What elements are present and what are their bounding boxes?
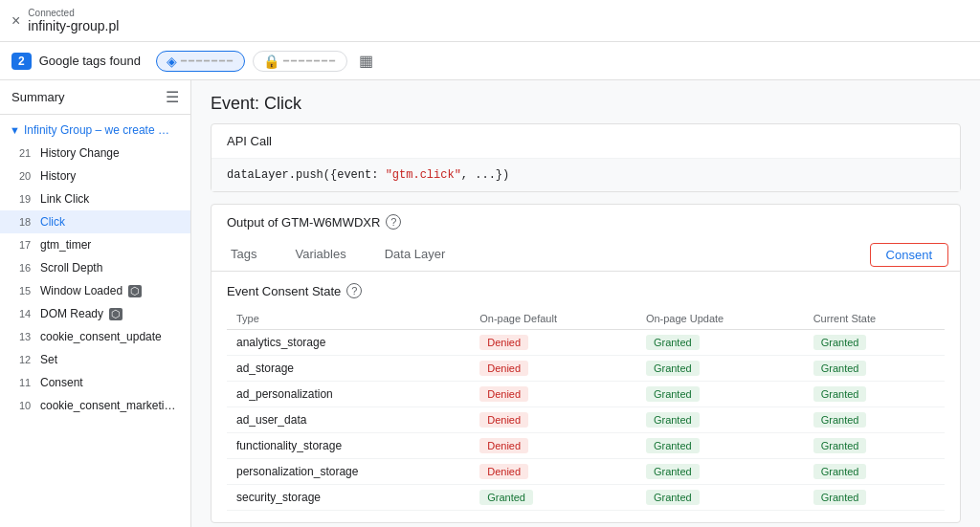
consent-table: Type On-page Default On-page Update Curr…: [227, 308, 945, 511]
lock-icon: 🔒: [263, 54, 279, 69]
col-on-page-default: On-page Default: [470, 308, 636, 330]
sidebar-item-history-change[interactable]: 21 History Change: [0, 142, 190, 165]
cell-type: security_storage: [227, 485, 470, 511]
cell-update: Granted: [636, 356, 804, 382]
sidebar-item-history[interactable]: 20 History: [0, 165, 190, 187]
badge-current: Granted: [813, 490, 867, 505]
tag-pill-1[interactable]: ◈ ━━━━━━━: [156, 51, 245, 72]
sidebar-item-window-loaded[interactable]: 15 Window Loaded ⬡: [0, 279, 190, 302]
sidebar-item-set[interactable]: 12 Set: [0, 348, 190, 371]
close-icon[interactable]: ×: [11, 12, 20, 30]
badge-update: Granted: [646, 438, 700, 453]
col-current-state: Current State: [804, 308, 945, 330]
code-prefix: dataLayer.push({event:: [227, 168, 386, 182]
content-area: Event: Click API Call dataLayer.push({ev…: [191, 80, 980, 527]
badge-update: Granted: [646, 361, 700, 376]
cell-type: personalization_storage: [227, 459, 470, 485]
cell-default: Denied: [470, 330, 636, 356]
consent-state-label: Event Consent State: [227, 284, 341, 298]
table-row: ad_user_dataDeniedGrantedGranted: [227, 407, 945, 433]
tag-icon-1: ◈: [167, 54, 177, 69]
cell-current: Granted: [804, 459, 945, 485]
sidebar-item-gtm-timer[interactable]: 17 gtm_timer: [0, 233, 190, 256]
sidebar-item-dom-ready[interactable]: 14 DOM Ready ⬡: [0, 302, 190, 325]
api-call-header: API Call: [212, 124, 960, 159]
tag-pill-1-label: ━━━━━━━: [181, 55, 234, 66]
badge-current: Granted: [813, 412, 867, 428]
cell-default: Denied: [470, 459, 636, 485]
table-row: analytics_storageDeniedGrantedGranted: [227, 330, 945, 356]
cell-type: analytics_storage: [227, 330, 470, 356]
sidebar-item-link-click[interactable]: 19 Link Click: [0, 187, 190, 210]
dom-ready-icon: ⬡: [109, 308, 122, 320]
table-row: ad_storageDeniedGrantedGranted: [227, 356, 945, 382]
badge-update: Granted: [646, 335, 700, 350]
col-on-page-update: On-page Update: [636, 308, 804, 330]
badge-default: Granted: [479, 490, 533, 505]
main-layout: Summary ☰ ▼ Infinity Group – we create ……: [0, 80, 980, 527]
sidebar-group-label[interactable]: ▼ Infinity Group – we create …: [0, 119, 190, 142]
cell-update: Granted: [636, 485, 804, 511]
consent-section: Event Consent State ? Type On-page Defau…: [212, 272, 960, 522]
event-header: Event: Click: [191, 80, 980, 123]
sidebar-header: Summary ☰: [0, 80, 190, 115]
group-title: Infinity Group – we create …: [24, 123, 169, 137]
sidebar-item-scroll-depth[interactable]: 16 Scroll Depth: [0, 256, 190, 279]
cell-update: Granted: [636, 407, 804, 433]
cell-update: Granted: [636, 433, 804, 459]
table-row: security_storageGrantedGrantedGranted: [227, 485, 945, 511]
arrow-icon: ▼: [10, 124, 20, 136]
tags-found-label: Google tags found: [39, 54, 141, 68]
help-icon[interactable]: ?: [386, 214, 401, 230]
sidebar-item-click[interactable]: 18 Click: [0, 210, 190, 233]
code-suffix: , ...}): [461, 168, 509, 182]
api-call-code: dataLayer.push({event: "gtm.click", ...}…: [212, 159, 960, 191]
consent-help-icon[interactable]: ?: [346, 283, 362, 298]
table-row: functionality_storageDeniedGrantedGrante…: [227, 433, 945, 459]
sidebar-item-cookie-consent-update[interactable]: 13 cookie_consent_update: [0, 325, 190, 348]
tag-pill-2-label: ━━━━━━━: [283, 55, 337, 66]
col-type: Type: [227, 308, 470, 330]
badge-update: Granted: [646, 412, 700, 428]
domain-label: infinity-group.pl: [28, 18, 119, 33]
tab-data-layer[interactable]: Data Layer: [366, 239, 465, 272]
chart-icon[interactable]: ▦: [359, 52, 373, 70]
cell-default: Denied: [470, 382, 636, 407]
badge-update: Granted: [646, 490, 700, 505]
cell-update: Granted: [636, 330, 804, 356]
badge-default: Denied: [479, 361, 528, 376]
cell-current: Granted: [804, 382, 945, 407]
connected-label: Connected: [28, 8, 119, 18]
sidebar-menu-icon[interactable]: ☰: [166, 88, 179, 106]
cell-type: ad_user_data: [227, 407, 470, 433]
tab-consent[interactable]: Consent: [870, 243, 948, 267]
badge-default: Denied: [479, 438, 528, 453]
cell-current: Granted: [804, 330, 945, 356]
code-string: "gtm.click": [386, 168, 461, 182]
sidebar-item-consent[interactable]: 11 Consent: [0, 371, 190, 394]
badge-default: Denied: [479, 335, 528, 350]
tab-tags[interactable]: Tags: [212, 239, 276, 272]
cell-default: Denied: [470, 433, 636, 459]
cell-type: functionality_storage: [227, 433, 470, 459]
window-loaded-icon: ⬡: [128, 285, 142, 297]
sidebar-item-cookie-consent-marketi[interactable]: 10 cookie_consent_marketi…: [0, 394, 190, 417]
tag-bar: 2 Google tags found ◈ ━━━━━━━ 🔒 ━━━━━━━ …: [0, 42, 980, 80]
event-title: Event: Click: [211, 94, 301, 113]
badge-update: Granted: [646, 464, 700, 479]
consent-section-title: Event Consent State ?: [227, 283, 945, 298]
sidebar-group: ▼ Infinity Group – we create … 21 Histor…: [0, 115, 190, 421]
tag-pill-2[interactable]: 🔒 ━━━━━━━: [253, 51, 347, 72]
cell-type: ad_storage: [227, 356, 470, 382]
cell-update: Granted: [636, 382, 804, 407]
cell-current: Granted: [804, 356, 945, 382]
table-row: personalization_storageDeniedGrantedGran…: [227, 459, 945, 485]
tab-variables[interactable]: Variables: [276, 239, 365, 272]
top-bar: × Connected infinity-group.pl: [0, 0, 980, 42]
cell-current: Granted: [804, 485, 945, 511]
cell-current: Granted: [804, 407, 945, 433]
badge-current: Granted: [813, 438, 867, 453]
output-tabs: Tags Variables Data Layer Consent: [212, 239, 960, 272]
cell-update: Granted: [636, 459, 804, 485]
cell-default: Denied: [470, 407, 636, 433]
